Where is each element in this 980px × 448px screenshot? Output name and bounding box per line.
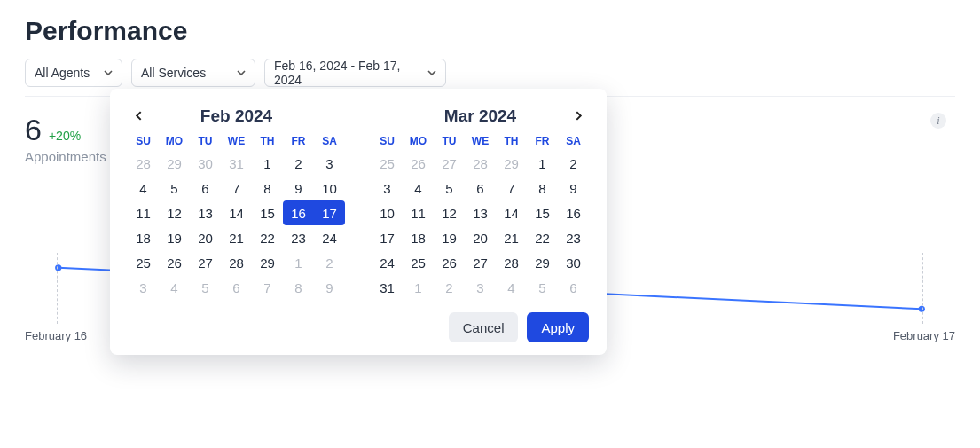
calendar-day[interactable]: 25	[372, 151, 403, 176]
calendar-day[interactable]: 4	[128, 176, 159, 200]
calendar-day[interactable]: 21	[221, 225, 252, 250]
calendar-day[interactable]: 11	[403, 200, 434, 225]
calendar-day[interactable]: 19	[159, 225, 190, 250]
calendar-day[interactable]: 4	[159, 275, 190, 300]
calendar-day[interactable]: 14	[221, 200, 252, 225]
calendar-day[interactable]: 27	[434, 151, 465, 176]
apply-button[interactable]: Apply	[527, 312, 589, 342]
calendar-day[interactable]: 7	[252, 275, 283, 300]
calendar-day[interactable]: 9	[283, 176, 314, 200]
calendar-day[interactable]: 13	[465, 200, 496, 225]
calendar-day[interactable]: 17	[314, 200, 345, 225]
calendar-day[interactable]: 28	[221, 250, 252, 275]
date-range-select[interactable]: Feb 16, 2024 - Feb 17, 2024	[264, 59, 446, 87]
calendar-day[interactable]: 19	[434, 225, 465, 250]
calendar-day[interactable]: 3	[314, 151, 345, 176]
calendar-day[interactable]: 1	[403, 275, 434, 300]
calendar-day[interactable]: 8	[527, 176, 558, 200]
chevron-down-icon	[427, 68, 436, 77]
dow-label: SA	[558, 135, 589, 147]
calendar-day[interactable]: 27	[465, 250, 496, 275]
month-title: Feb 2024	[200, 106, 272, 126]
calendar-day[interactable]: 2	[558, 151, 589, 176]
calendar-day[interactable]: 23	[283, 225, 314, 250]
services-select[interactable]: All Services	[131, 59, 255, 87]
calendar-day[interactable]: 5	[190, 275, 221, 300]
calendar-day[interactable]: 28	[128, 151, 159, 176]
calendar-day[interactable]: 8	[283, 275, 314, 300]
prev-month-button[interactable]	[128, 105, 149, 126]
calendar-day[interactable]: 15	[527, 200, 558, 225]
calendar-day[interactable]: 29	[527, 250, 558, 275]
calendar-day[interactable]: 24	[314, 225, 345, 250]
next-month-button[interactable]	[568, 105, 589, 126]
calendar-day[interactable]: 22	[527, 225, 558, 250]
calendar-day[interactable]: 30	[190, 151, 221, 176]
calendar-day[interactable]: 20	[465, 225, 496, 250]
calendar-day[interactable]: 28	[496, 250, 527, 275]
calendar-day[interactable]: 31	[221, 151, 252, 176]
calendar-day[interactable]: 5	[527, 275, 558, 300]
info-icon[interactable]: i	[930, 113, 946, 129]
calendar-day[interactable]: 27	[190, 250, 221, 275]
calendar-day[interactable]: 1	[527, 151, 558, 176]
calendar-day[interactable]: 18	[403, 225, 434, 250]
calendar-day[interactable]: 22	[252, 225, 283, 250]
calendar-day[interactable]: 16	[558, 200, 589, 225]
calendar-day[interactable]: 28	[465, 151, 496, 176]
calendar-day[interactable]: 7	[496, 176, 527, 200]
calendar-day[interactable]: 29	[159, 151, 190, 176]
calendar-day[interactable]: 12	[159, 200, 190, 225]
calendar-day[interactable]: 5	[159, 176, 190, 200]
calendar-day[interactable]: 9	[314, 275, 345, 300]
calendar-day[interactable]: 26	[403, 151, 434, 176]
calendar-day[interactable]: 6	[190, 176, 221, 200]
calendar-day[interactable]: 12	[434, 200, 465, 225]
calendar-day[interactable]: 21	[496, 225, 527, 250]
calendar-day[interactable]: 14	[496, 200, 527, 225]
calendar-day[interactable]: 29	[252, 250, 283, 275]
calendar-day[interactable]: 25	[403, 250, 434, 275]
dow-label: SA	[314, 135, 345, 147]
calendar-day[interactable]: 10	[372, 200, 403, 225]
calendar-day[interactable]: 7	[221, 176, 252, 200]
calendar-day[interactable]: 24	[372, 250, 403, 275]
calendar-day[interactable]: 2	[314, 250, 345, 275]
calendar-day[interactable]: 1	[283, 250, 314, 275]
calendar-day[interactable]: 26	[159, 250, 190, 275]
chart-gridline	[922, 253, 923, 324]
calendar-day[interactable]: 1	[252, 151, 283, 176]
calendar-day[interactable]: 18	[128, 225, 159, 250]
calendar-day[interactable]: 29	[496, 151, 527, 176]
calendar-day[interactable]: 16	[283, 200, 314, 225]
agents-select[interactable]: All Agents	[25, 59, 122, 87]
calendar-day[interactable]: 23	[558, 225, 589, 250]
agents-select-label: All Agents	[35, 66, 90, 80]
calendar-day[interactable]: 26	[434, 250, 465, 275]
calendar-day[interactable]: 3	[128, 275, 159, 300]
calendar-day[interactable]: 9	[558, 176, 589, 200]
calendar-day[interactable]: 6	[465, 176, 496, 200]
calendar-day[interactable]: 4	[403, 176, 434, 200]
dow-label: TH	[252, 135, 283, 147]
calendar-day[interactable]: 30	[558, 250, 589, 275]
calendar-day[interactable]: 2	[283, 151, 314, 176]
calendar-day[interactable]: 15	[252, 200, 283, 225]
cancel-button[interactable]: Cancel	[449, 312, 519, 342]
calendar-day[interactable]: 25	[128, 250, 159, 275]
calendar-day[interactable]: 5	[434, 176, 465, 200]
calendar-day[interactable]: 11	[128, 200, 159, 225]
calendar-day[interactable]: 17	[372, 225, 403, 250]
calendar-day[interactable]: 13	[190, 200, 221, 225]
calendar-day[interactable]: 20	[190, 225, 221, 250]
calendar-day[interactable]: 8	[252, 176, 283, 200]
calendar-day[interactable]: 10	[314, 176, 345, 200]
calendar-day[interactable]: 6	[558, 275, 589, 300]
calendar-day[interactable]: 3	[372, 176, 403, 200]
calendar-day[interactable]: 31	[372, 275, 403, 300]
dow-label: SU	[372, 135, 403, 147]
calendar-day[interactable]: 4	[496, 275, 527, 300]
calendar-day[interactable]: 2	[434, 275, 465, 300]
calendar-day[interactable]: 6	[221, 275, 252, 300]
calendar-day[interactable]: 3	[465, 275, 496, 300]
